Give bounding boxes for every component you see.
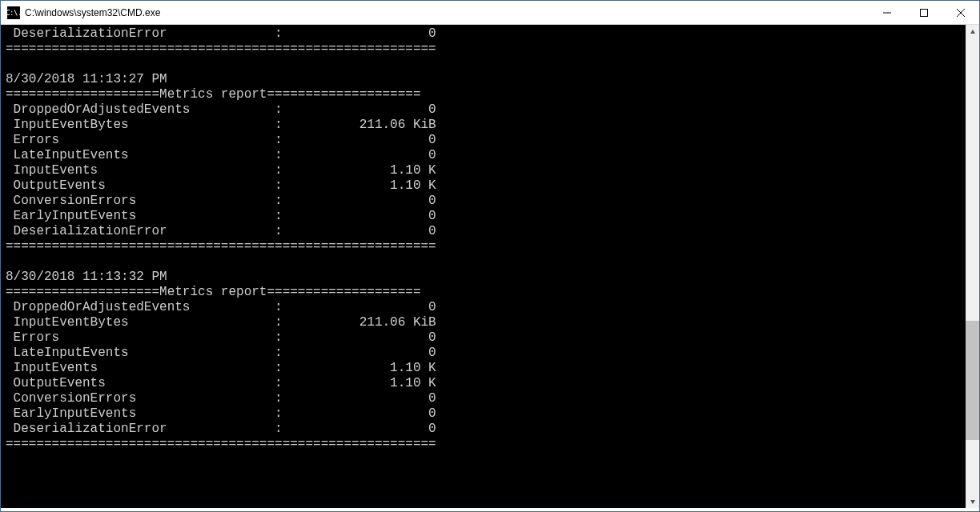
window-title: C:\windows\system32\CMD.exe [25,7,869,18]
console-output[interactable]: DeserializationError : 0 ===============… [1,25,966,508]
close-button[interactable] [942,1,979,24]
app-icon-text: C:\. [6,9,22,17]
cmd-window: C:\. C:\windows\system32\CMD.exe Deseria… [0,0,980,512]
svg-marker-4 [970,30,975,34]
window-controls [869,1,979,24]
app-icon: C:\. [7,6,20,19]
maximize-button[interactable] [906,1,942,24]
scroll-up-button[interactable] [966,25,979,38]
svg-rect-1 [921,9,928,16]
scroll-track[interactable] [966,38,979,494]
scroll-down-button[interactable] [966,494,979,508]
scroll-thumb[interactable] [966,321,979,439]
titlebar[interactable]: C:\. C:\windows\system32\CMD.exe [1,1,979,25]
svg-marker-5 [970,500,975,504]
console-area: DeserializationError : 0 ===============… [1,25,979,508]
bottom-border [1,508,979,511]
minimize-button[interactable] [869,1,906,24]
vertical-scrollbar[interactable] [966,25,979,508]
